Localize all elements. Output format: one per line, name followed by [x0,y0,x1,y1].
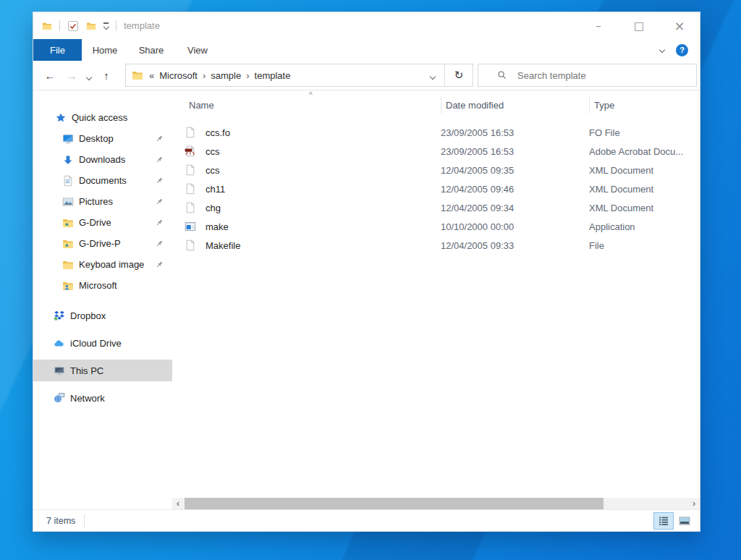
window-controls: – □ × [578,14,700,38]
sidebar-item-this-pc[interactable]: This PC [33,360,172,381]
sidebar-item-icloud-drive[interactable]: iCloud Drive [33,332,172,354]
main-content: Quick access Desktop Downloads Documents [33,90,700,509]
column-divider[interactable] [589,96,590,114]
view-toggle-buttons [654,513,694,529]
folder-icon [62,259,74,271]
documents-icon [62,175,74,187]
file-date-modified: 12/04/2005 09:33 [441,240,589,251]
qat-customize-chevron-icon[interactable] [103,22,109,29]
file-rows: ccs.fo 23/09/2005 16:53 FO File ccs 23/0… [172,123,700,255]
separator [116,20,117,31]
sidebar-item-g-drive[interactable]: G-Drive [33,212,172,233]
maximize-button[interactable]: □ [619,14,659,38]
recent-locations-chevron-icon[interactable] [82,69,96,82]
navigation-bar: ← → ↑ « Microsoft › sample › template ↻ [33,61,700,90]
breadcrumb-overflow[interactable]: « [149,70,154,81]
title-bar: template – □ × [33,12,700,39]
file-type: Application [589,221,700,232]
file-name: ccs [206,146,441,157]
horizontal-scrollbar[interactable]: ‹ › [172,498,700,509]
column-divider[interactable] [441,96,441,114]
qat-new-folder-icon[interactable] [86,21,96,31]
qat-checkmark-icon[interactable] [67,20,79,32]
file-type: File [589,240,700,251]
details-view-button[interactable] [654,513,673,529]
tab-home[interactable]: Home [82,39,128,61]
column-header-name[interactable]: Name [189,100,214,111]
column-header-date-modified[interactable]: Date modified [446,100,504,111]
downloads-icon [62,154,74,166]
file-generic-icon [185,202,196,213]
address-dropdown-chevron-icon[interactable] [431,70,435,81]
file-row[interactable]: ccs 23/09/2005 16:53 Adobe Acrobat Docu.… [172,142,700,161]
help-button[interactable]: ? [676,44,688,56]
scrollbar-thumb[interactable] [185,498,604,509]
sidebar-item-keyboad-image[interactable]: Keyboad image [33,254,172,275]
file-row[interactable]: ch11 12/04/2005 09:46 XML Document [172,179,700,198]
sidebar-item-microsoft[interactable]: Microsoft [33,275,172,296]
gdrive-folder-icon [62,217,74,229]
pictures-icon [62,196,74,208]
file-row[interactable]: chg 12/04/2005 09:34 XML Document [172,198,700,217]
item-count: 7 items [46,516,75,526]
file-name: make [206,221,441,232]
sidebar-item-dropbox[interactable]: Dropbox [33,305,172,326]
back-button[interactable]: ← [39,69,61,82]
sidebar-item-downloads[interactable]: Downloads [33,149,172,170]
file-row[interactable]: make 10/10/2000 00:00 Application [172,217,700,236]
navigation-pane: Quick access Desktop Downloads Documents [33,90,172,509]
breadcrumb-separator-icon[interactable]: › [203,70,206,81]
minimize-button[interactable]: – [578,14,619,38]
sidebar-item-network[interactable]: Network [33,387,172,409]
window-title: template [124,20,160,31]
forward-button[interactable]: → [61,69,82,82]
breadcrumb-item[interactable]: template [255,70,291,81]
scroll-right-arrow-icon[interactable]: › [688,498,700,509]
separator [59,20,60,31]
sidebar-item-pictures[interactable]: Pictures [33,191,172,212]
file-type: FO File [589,127,700,138]
tab-file[interactable]: File [33,39,82,61]
sidebar-item-desktop[interactable]: Desktop [33,128,172,149]
file-row[interactable]: ccs.fo 23/09/2005 16:53 FO File [172,123,700,142]
column-header-type[interactable]: Type [594,100,614,111]
breadcrumb-item[interactable]: Microsoft [159,70,198,81]
close-button[interactable]: × [659,14,700,38]
file-generic-icon [185,183,196,195]
application-icon [185,221,196,232]
breadcrumb-item[interactable]: sample [211,70,241,81]
file-name: Makefile [206,240,441,251]
file-row[interactable]: ccs 12/04/2005 09:35 XML Document [172,161,700,179]
pin-icon [155,198,164,206]
file-date-modified: 12/04/2005 09:46 [441,184,589,195]
breadcrumb-separator-icon[interactable]: › [246,70,249,81]
file-name: chg [206,203,441,213]
file-pdf-icon [185,145,196,157]
scroll-left-arrow-icon[interactable]: ‹ [172,498,184,509]
sidebar-item-documents[interactable]: Documents [33,170,172,191]
search-icon [497,70,507,80]
up-button[interactable]: ↑ [96,69,117,82]
this-pc-icon [54,365,65,376]
search-input[interactable] [517,70,696,81]
network-icon [54,392,65,404]
search-box[interactable] [478,64,697,87]
thumbnails-view-button[interactable] [675,513,694,529]
pin-icon [155,135,164,143]
scrollbar-track[interactable] [184,498,688,509]
file-type: XML Document [589,165,700,176]
file-list-pane: ^ Name Date modified Type ccs.fo 23/09/2… [172,90,700,509]
status-bar: 7 items [33,509,700,531]
sidebar-item-g-drive-p[interactable]: G-Drive-P [33,233,172,254]
file-row[interactable]: Makefile 12/04/2005 09:33 File [172,236,700,255]
tab-share[interactable]: Share [128,39,174,61]
explorer-folder-icon [42,21,52,31]
refresh-button[interactable]: ↻ [445,69,473,82]
address-bar[interactable]: « Microsoft › sample › template ↻ [125,64,473,87]
sidebar-item-quick-access[interactable]: Quick access [33,107,172,128]
pin-icon [155,260,164,269]
user-folder-icon [62,280,74,292]
expand-ribbon-chevron-icon[interactable] [659,47,665,53]
file-explorer-window: template – □ × File Home Share View ? ← … [33,12,700,532]
tab-view[interactable]: View [174,39,221,61]
